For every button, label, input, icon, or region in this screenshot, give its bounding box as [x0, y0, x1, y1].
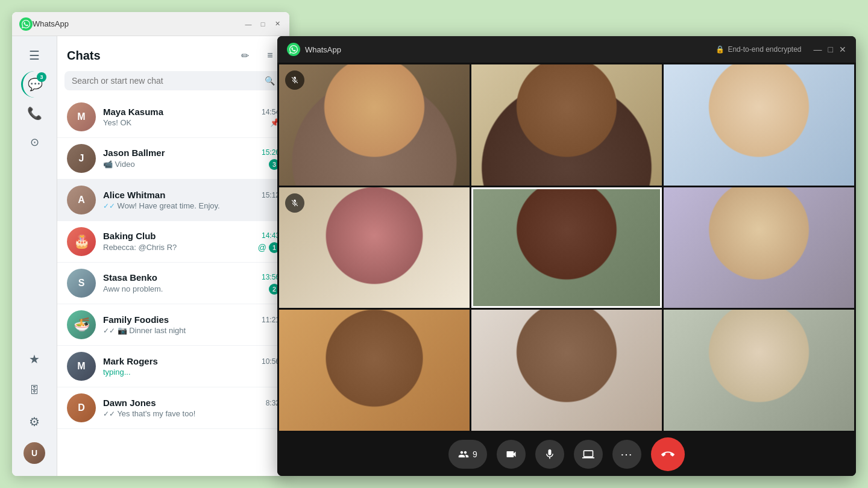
sidebar-item-archived[interactable]: 🗄 — [21, 377, 48, 404]
sidebar-item-calls[interactable]: 📞 — [21, 100, 48, 127]
chat-name: Stasa Benko — [103, 272, 157, 283]
avatar: S — [67, 269, 96, 298]
mute-icon — [285, 193, 304, 213]
double-check-icon: ✓✓ — [103, 202, 115, 210]
encrypted-label: End-to-end endcrypted — [728, 45, 801, 54]
new-chat-button[interactable]: ✏ — [235, 46, 254, 65]
list-item[interactable]: M Maya Kasuma 14:54 Yes! OK 📌 — [57, 96, 289, 138]
more-options-button[interactable]: ⋯ — [612, 440, 641, 469]
end-call-icon — [661, 448, 675, 461]
chat-info: Alice Whitman 15:12 ✓✓ Wow! Have great t… — [103, 190, 280, 210]
video-cell — [471, 187, 662, 308]
chat-name: Jason Ballmer — [103, 148, 165, 158]
call-controls: 9 ⋯ — [277, 433, 856, 476]
filter-icon: ≡ — [267, 50, 272, 61]
avatar: M — [67, 352, 96, 381]
call-maximize-button[interactable]: □ — [828, 45, 833, 54]
sidebar-item-starred[interactable]: ★ — [21, 346, 48, 372]
chat-list: M Maya Kasuma 14:54 Yes! OK 📌 J — [57, 96, 289, 476]
chat-name: Mark Rogers — [103, 356, 158, 366]
participants-count: 9 — [473, 449, 477, 459]
list-item[interactable]: M Mark Rogers 10:56 typing... — [57, 346, 289, 387]
chat-preview: Aww no problem. — [103, 284, 163, 293]
avatar: M — [67, 102, 96, 131]
chat-info: Mark Rogers 10:56 typing... — [103, 356, 280, 377]
more-icon: ⋯ — [620, 447, 633, 461]
chat-info: Jason Ballmer 15:26 📹 Video 3 — [103, 148, 280, 170]
sidebar-item-status[interactable]: ⊙ — [21, 129, 48, 155]
chats-panel: Chats ✏ ≡ 🔍 M Maya — [57, 36, 289, 476]
avatar: U — [24, 442, 45, 464]
call-whatsapp-logo — [287, 43, 300, 56]
chat-info: Stasa Benko 13:56 Aww no problem. 2 — [103, 272, 280, 295]
list-item[interactable]: J Jason Ballmer 15:26 📹 Video 3 — [57, 138, 289, 180]
call-titlebar: WhatsApp 🔒 End-to-end endcrypted — □ ✕ — [277, 36, 856, 63]
lock-icon: 🔒 — [715, 45, 725, 54]
settings-icon: ⚙ — [29, 414, 40, 429]
chat-info: Dawn Jones 8:32 ✓✓ Yes that's my fave to… — [103, 398, 280, 418]
chat-preview: ✓✓ 📷 Dinner last night — [103, 326, 186, 335]
list-item[interactable]: A Alice Whitman 15:12 ✓✓ Wow! Have great… — [57, 180, 289, 221]
call-close-button[interactable]: ✕ — [839, 45, 846, 54]
whatsapp-main-window: WhatsApp — □ ✕ ☰ 💬 3 📞 ⊙ ★ 🗄 — [12, 12, 289, 476]
close-button[interactable]: ✕ — [272, 19, 282, 29]
video-cell — [471, 310, 662, 431]
chat-info: Maya Kasuma 14:54 Yes! OK 📌 — [103, 107, 280, 127]
list-item[interactable]: S Stasa Benko 13:56 Aww no problem. 2 — [57, 263, 289, 304]
chat-info: Family Foodies 11:21 ✓✓ 📷 Dinner last ni… — [103, 314, 280, 335]
avatar: 🍜 — [67, 310, 96, 339]
double-check-icon: ✓✓ — [103, 410, 115, 418]
search-bar[interactable]: 🔍 — [64, 71, 282, 90]
participants-icon — [458, 449, 469, 460]
chats-badge: 3 — [37, 72, 46, 82]
chats-header: Chats ✏ ≡ — [57, 36, 289, 71]
video-cell — [664, 310, 854, 431]
video-cell — [664, 187, 854, 308]
chat-name: Maya Kasuma — [103, 107, 163, 117]
avatar: 🎂 — [67, 227, 96, 256]
titlebar-controls: — □ ✕ — [244, 19, 282, 29]
archived-icon: 🗄 — [30, 385, 39, 396]
chat-info: Baking Club 14:43 Rebecca: @Chris R? @ 1 — [103, 231, 280, 253]
microphone-icon — [544, 448, 556, 460]
mic-button[interactable] — [535, 440, 564, 469]
sidebar-item-chats[interactable]: 💬 3 — [21, 71, 48, 98]
edit-icon: ✏ — [241, 50, 249, 61]
chat-preview: Yes! OK — [103, 118, 131, 127]
sidebar-item-profile[interactable]: U — [21, 440, 48, 466]
search-icon: 🔍 — [265, 76, 275, 86]
maximize-button[interactable]: □ — [258, 19, 268, 29]
status-icon: ⊙ — [30, 136, 39, 149]
sidebar-item-settings[interactable]: ⚙ — [21, 408, 48, 435]
chat-name: Dawn Jones — [103, 398, 156, 408]
video-cell — [279, 64, 470, 186]
call-titlebar-controls: — □ ✕ — [814, 45, 846, 54]
call-minimize-button[interactable]: — — [814, 45, 822, 54]
participants-button[interactable]: 9 — [448, 440, 487, 469]
chat-preview: typing... — [103, 368, 131, 377]
sidebar-item-menu[interactable]: ☰ — [21, 42, 48, 69]
starred-icon: ★ — [29, 352, 40, 366]
chat-name: Baking Club — [103, 231, 156, 241]
end-call-button[interactable] — [651, 437, 685, 471]
whatsapp-sidebar: ☰ 💬 3 📞 ⊙ ★ 🗄 ⚙ U — [12, 36, 57, 476]
mute-icon — [285, 70, 304, 90]
screen-share-icon — [582, 448, 594, 460]
avatar: A — [67, 186, 96, 214]
chat-name: Alice Whitman — [103, 190, 165, 200]
search-input[interactable] — [72, 76, 265, 86]
video-cell — [279, 187, 470, 308]
list-item[interactable]: 🎂 Baking Club 14:43 Rebecca: @Chris R? @… — [57, 221, 289, 263]
chats-title: Chats — [67, 49, 235, 63]
chat-preview: Rebecca: @Chris R? — [103, 243, 177, 252]
whatsapp-logo-icon — [19, 17, 33, 31]
whatsapp-titlebar: WhatsApp — □ ✕ — [12, 12, 289, 36]
video-toggle-button[interactable] — [497, 440, 526, 469]
screen-share-button[interactable] — [574, 440, 603, 469]
list-item[interactable]: D Dawn Jones 8:32 ✓✓ Yes that's my fave … — [57, 387, 289, 429]
chats-header-icons: ✏ ≡ — [235, 46, 280, 65]
double-check-icon: ✓✓ — [103, 327, 115, 335]
minimize-button[interactable]: — — [244, 19, 253, 29]
encrypted-status: 🔒 End-to-end endcrypted — [715, 45, 801, 54]
list-item[interactable]: 🍜 Family Foodies 11:21 ✓✓ 📷 Dinner last … — [57, 304, 289, 346]
